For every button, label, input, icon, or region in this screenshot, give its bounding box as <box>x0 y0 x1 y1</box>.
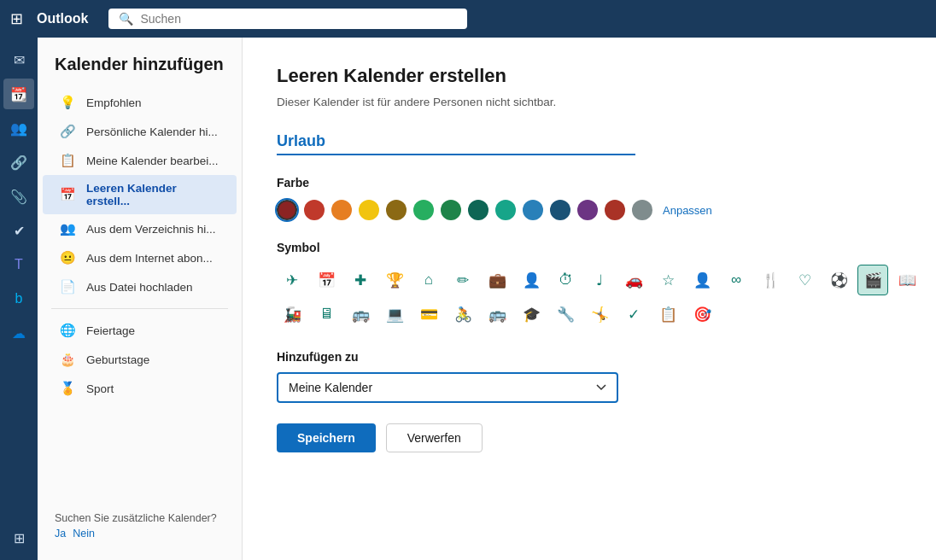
symbol-item-4[interactable]: ⌂ <box>413 265 444 295</box>
sidebar-item-label: Persönliche Kalender hi... <box>86 125 218 138</box>
symbol-item-28[interactable]: 🤸 <box>584 299 615 330</box>
sidebar-bottom-text: Suchen Sie zusätzliche Kalender? <box>55 512 217 524</box>
symbol-item-0[interactable]: ✈ <box>277 265 307 295</box>
search-box[interactable]: 🔍 <box>108 9 467 29</box>
rail-calendar[interactable]: 📆 <box>3 79 34 109</box>
leeren-icon: 📅 <box>60 187 76 202</box>
color-dot-dark-red[interactable] <box>277 200 297 220</box>
topbar: ⊞ Outlook 🔍 <box>0 0 936 38</box>
symbol-item-13[interactable]: ∞ <box>721 265 752 295</box>
symbol-label: Symbol <box>277 241 902 254</box>
sidebar-item-label: Aus Datei hochladen <box>86 281 193 294</box>
symbol-item-2[interactable]: ✚ <box>345 265 376 295</box>
sidebar-item-label: Aus dem Internet abon... <box>86 252 213 265</box>
rail-teams[interactable]: T <box>3 249 34 280</box>
symbol-item-3[interactable]: 🏆 <box>379 265 410 295</box>
symbol-item-22[interactable]: 💻 <box>379 299 410 330</box>
symbol-item-6[interactable]: 💼 <box>482 265 512 295</box>
sidebar: Kalender hinzufügen 💡 Empfohlen 🔗 Persön… <box>38 38 243 560</box>
grid-icon[interactable]: ⊞ <box>10 9 23 28</box>
symbol-item-21[interactable]: 🚌 <box>345 299 376 330</box>
datei-icon: 📄 <box>60 279 76 295</box>
symbol-item-20[interactable]: 🖥 <box>311 299 342 330</box>
sidebar-item-verzeichnis[interactable]: 👥 Aus dem Verzeichnis hi... <box>43 214 237 243</box>
rail-tasks[interactable]: ✔ <box>3 215 34 246</box>
feiertage-icon: 🌐 <box>60 323 76 338</box>
symbol-item-12[interactable]: 👤 <box>687 265 717 295</box>
sidebar-item-leeren[interactable]: 📅 Leeren Kalender erstell... <box>43 175 237 214</box>
anpassen-link[interactable]: Anpassen <box>663 204 712 217</box>
sidebar-divider <box>51 308 228 309</box>
calendar-name-input[interactable] <box>277 129 635 155</box>
symbol-item-27[interactable]: 🔧 <box>550 299 581 330</box>
rail-mail[interactable]: ✉ <box>3 44 34 75</box>
color-dot-brown[interactable] <box>386 200 407 220</box>
color-dot-green[interactable] <box>441 200 461 220</box>
symbol-item-17[interactable]: 🎬 <box>857 265 888 295</box>
symbol-item-30[interactable]: 📋 <box>652 299 683 330</box>
color-dot-red[interactable] <box>304 200 325 220</box>
sidebar-item-label: Sport <box>86 382 114 395</box>
color-dot-gray[interactable] <box>632 200 652 220</box>
color-dot-yellow[interactable] <box>359 200 379 220</box>
color-dot-teal-dark[interactable] <box>468 200 488 220</box>
color-picker-row: Anpassen <box>277 200 902 220</box>
color-dot-blue[interactable] <box>523 200 543 220</box>
symbol-item-8[interactable]: ⏱ <box>550 265 581 295</box>
app-logo: Outlook <box>37 11 88 26</box>
symbol-item-31[interactable]: 🎯 <box>687 299 717 330</box>
sidebar-bottom-links: Ja Nein <box>55 528 225 540</box>
rail-people[interactable]: 👥 <box>3 113 34 143</box>
symbol-item-29[interactable]: ✓ <box>618 299 649 330</box>
sidebar-item-persoenliche[interactable]: 🔗 Persönliche Kalender hi... <box>43 117 237 146</box>
save-button[interactable]: Speichern <box>277 423 376 452</box>
sidebar-item-meine-kalender[interactable]: 📋 Meine Kalender bearbei... <box>43 146 237 175</box>
hinzufuegen-dropdown[interactable]: Meine KalenderAndere Kalender <box>277 372 618 403</box>
symbol-item-10[interactable]: 🚗 <box>618 265 649 295</box>
sidebar-item-label: Geburtstage <box>86 353 149 366</box>
symbol-item-24[interactable]: 🚴 <box>448 299 478 330</box>
symbol-item-11[interactable]: ☆ <box>652 265 683 295</box>
symbol-item-16[interactable]: ⚽ <box>823 265 854 295</box>
symbol-item-19[interactable]: 🚂 <box>277 299 307 330</box>
rail-attachments[interactable]: 📎 <box>3 181 34 212</box>
sidebar-item-geburtstage[interactable]: 🎂 Geburtstage <box>43 345 237 374</box>
content-area: Leeren Kalender erstellen Dieser Kalende… <box>243 38 936 560</box>
color-dot-dark-blue[interactable] <box>550 200 570 220</box>
symbol-item-5[interactable]: ✏ <box>448 265 478 295</box>
color-dot-teal[interactable] <box>495 200 516 220</box>
search-input[interactable] <box>140 12 457 26</box>
color-dot-orange[interactable] <box>331 200 352 220</box>
symbol-item-15[interactable]: ♡ <box>789 265 820 295</box>
persoenliche-icon: 🔗 <box>60 124 76 139</box>
symbol-item-1[interactable]: 📅 <box>311 265 342 295</box>
sidebar-yes-link[interactable]: Ja <box>55 528 66 540</box>
color-dot-maroon[interactable] <box>605 200 625 220</box>
internet-icon: 😐 <box>60 250 76 265</box>
sidebar-item-label: Empfohlen <box>86 96 142 109</box>
sidebar-item-feiertage[interactable]: 🌐 Feiertage <box>43 316 237 345</box>
sidebar-item-label: Feiertage <box>86 324 135 337</box>
page-title: Leeren Kalender erstellen <box>277 65 902 87</box>
rail-apps[interactable]: ⊞ <box>3 522 34 553</box>
symbol-item-26[interactable]: 🎓 <box>516 299 547 330</box>
rail-loop[interactable]: b <box>3 283 34 314</box>
symbol-item-14[interactable]: 🍴 <box>755 265 786 295</box>
sidebar-item-sport[interactable]: 🏅 Sport <box>43 374 237 403</box>
symbol-item-9[interactable]: ♩ <box>584 265 615 295</box>
symbol-item-23[interactable]: 💳 <box>413 299 444 330</box>
rail-onedrive[interactable]: ☁ <box>3 318 34 348</box>
empfohlen-icon: 💡 <box>60 95 76 110</box>
discard-button[interactable]: Verwerfen <box>386 423 483 452</box>
symbol-item-18[interactable]: 📖 <box>892 265 922 295</box>
sidebar-item-empfohlen[interactable]: 💡 Empfohlen <box>43 88 237 117</box>
symbol-item-25[interactable]: 🚌 <box>482 299 512 330</box>
sidebar-item-internet[interactable]: 😐 Aus dem Internet abon... <box>43 243 237 272</box>
sidebar-item-datei[interactable]: 📄 Aus Datei hochladen <box>43 272 237 301</box>
color-dot-light-green[interactable] <box>413 200 434 220</box>
sidebar-no-link[interactable]: Nein <box>73 528 95 540</box>
color-dot-purple[interactable] <box>577 200 598 220</box>
symbol-item-7[interactable]: 👤 <box>516 265 547 295</box>
geburtstage-icon: 🎂 <box>60 352 76 367</box>
rail-groups[interactable]: 🔗 <box>3 147 34 178</box>
